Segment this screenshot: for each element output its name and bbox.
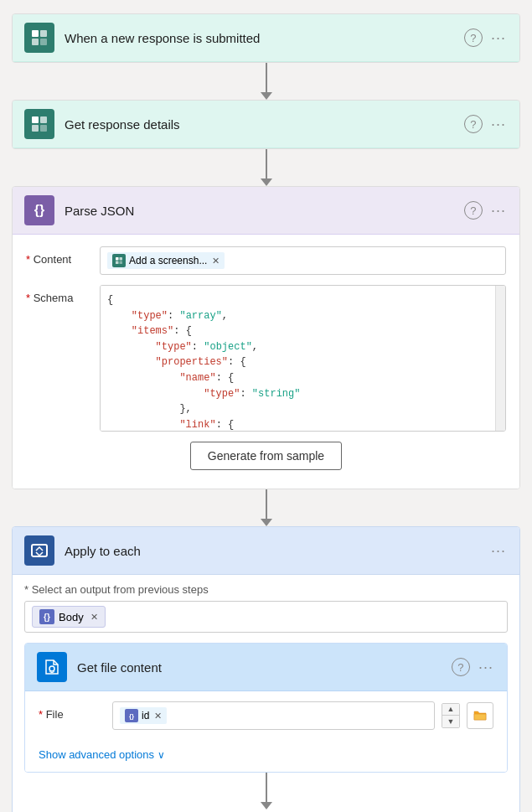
parse-json-icon: {} [24,195,54,225]
chevron-down-icon: ∨ [158,749,165,761]
parse-json-title: Parse JSON [65,204,454,218]
arrow-inner [24,773,508,809]
file-input-row: {} id ✕ ▲ ▼ [112,701,493,730]
content-label: * Content [26,246,93,266]
arrow-2 [261,149,272,186]
file-id-tag: {} id ✕ [120,707,167,724]
apply-each-card: Apply to each ··· * Select an output fro… [12,526,520,812]
arrow-head-inner [261,802,272,809]
svg-point-13 [49,666,54,671]
file-id-brace-icon: {} [129,712,134,720]
file-id-tag-icon: {} [125,709,138,722]
get-file-more-button[interactable]: ··· [477,659,495,676]
parse-json-header: {} Parse JSON ? ··· [13,187,519,235]
apply-each-body: * Select an output from previous steps {… [13,575,519,812]
content-input[interactable]: Add a screensh... ✕ [100,246,506,275]
get-file-icon [37,652,67,682]
parse-json-body: * Content Add a screensh... [13,235,519,489]
select-input[interactable]: {} Body ✕ [24,601,508,633]
content-tag: Add a screensh... ✕ [107,252,225,269]
response-card: Get response details ? ··· [12,100,520,149]
parse-json-actions: ? ··· [464,201,508,220]
content-tag-close[interactable]: ✕ [212,256,220,266]
svg-rect-4 [32,116,39,123]
get-file-title: Get file content [77,660,442,675]
file-stepper-up[interactable]: ▲ [442,704,459,716]
svg-rect-5 [40,116,47,123]
parse-json-more-button[interactable]: ··· [489,202,508,220]
apply-each-more-button[interactable]: ··· [489,542,508,560]
svg-rect-2 [32,39,39,45]
response-help-button[interactable]: ? [464,115,483,133]
content-tag-text: Add a screensh... [129,255,207,266]
svg-rect-7 [40,125,47,132]
trigger-actions: ? ··· [464,28,508,47]
svg-rect-1 [40,30,47,37]
arrow-line-1 [266,63,267,92]
response-more-button[interactable]: ··· [489,116,508,133]
trigger-card: When a new response is submitted ? ··· [12,13,520,63]
response-header: Get response details ? ··· [13,101,519,148]
generate-from-sample-button[interactable]: Generate from sample [190,442,342,470]
body-tag-close[interactable]: ✕ [90,612,98,623]
response-actions: ? ··· [464,115,508,133]
svg-rect-11 [120,261,123,265]
body-tag: {} Body ✕ [32,606,106,628]
apply-each-actions: ··· [489,542,508,560]
schema-scrollbar[interactable] [495,286,505,431]
file-stepper-down[interactable]: ▼ [442,716,459,727]
schema-label: * Schema [26,285,93,304]
parse-json-help-button[interactable]: ? [464,201,483,220]
get-file-header: Get file content ? ··· [25,644,507,691]
schema-wrapper: { "type": "array", "items": { "type": "o… [100,285,506,432]
trigger-header: When a new response is submitted ? ··· [13,14,519,62]
apply-each-header: Apply to each ··· [13,527,519,575]
trigger-more-button[interactable]: ··· [489,29,508,47]
arrow-head-2 [261,178,272,186]
arrow-line-2 [266,149,267,178]
schema-content[interactable]: { "type": "array", "items": { "type": "o… [100,285,506,432]
body-tag-brace-icon: {} [44,613,50,622]
svg-rect-0 [32,30,39,37]
get-file-actions: ? ··· [452,658,495,676]
apply-each-title: Apply to each [65,544,479,558]
arrow-3 [261,489,272,526]
select-label: * Select an output from previous steps [24,583,508,596]
folder-browse-button[interactable] [467,702,493,729]
file-label: * File [39,701,106,721]
trigger-icon [24,23,54,53]
content-row: * Content Add a screensh... [26,246,506,275]
trigger-title: When a new response is submitted [65,31,454,45]
content-tag-icon [112,254,126,267]
svg-rect-10 [116,261,119,265]
file-stepper: ▲ ▼ [442,703,460,728]
arrow-1 [261,63,272,100]
response-title: Get response details [65,117,454,132]
show-advanced-text: Show advanced options [39,748,154,761]
get-file-help-button[interactable]: ? [452,658,470,676]
get-file-card: Get file content ? ··· * File [24,643,508,773]
file-id-tag-close[interactable]: ✕ [154,711,162,721]
body-tag-text: Body [59,611,84,623]
file-id-tag-text: id [142,710,149,721]
braces-icon: {} [34,203,44,218]
svg-rect-6 [32,125,39,132]
arrow-head-3 [261,519,272,526]
parse-json-card: {} Parse JSON ? ··· * Content [12,186,520,489]
svg-rect-8 [116,257,119,261]
arrow-head-1 [261,92,272,100]
show-advanced-button[interactable]: Show advanced options ∨ [39,748,165,761]
flow-container: When a new response is submitted ? ··· G… [13,13,519,812]
response-icon [24,109,54,139]
schema-row: * Schema { "type": "array", "items": { "… [26,285,506,432]
arrow-line-3 [266,489,267,519]
arrow-line-inner [266,773,267,802]
svg-rect-3 [40,39,47,45]
file-field-row: * File {} id ✕ [39,701,493,730]
trigger-help-button[interactable]: ? [464,28,483,47]
file-input-box[interactable]: {} id ✕ [112,701,435,730]
apply-each-icon [24,535,54,566]
body-tag-icon: {} [39,609,54,624]
get-file-body: * File {} id ✕ [25,691,507,772]
svg-rect-9 [120,257,123,261]
